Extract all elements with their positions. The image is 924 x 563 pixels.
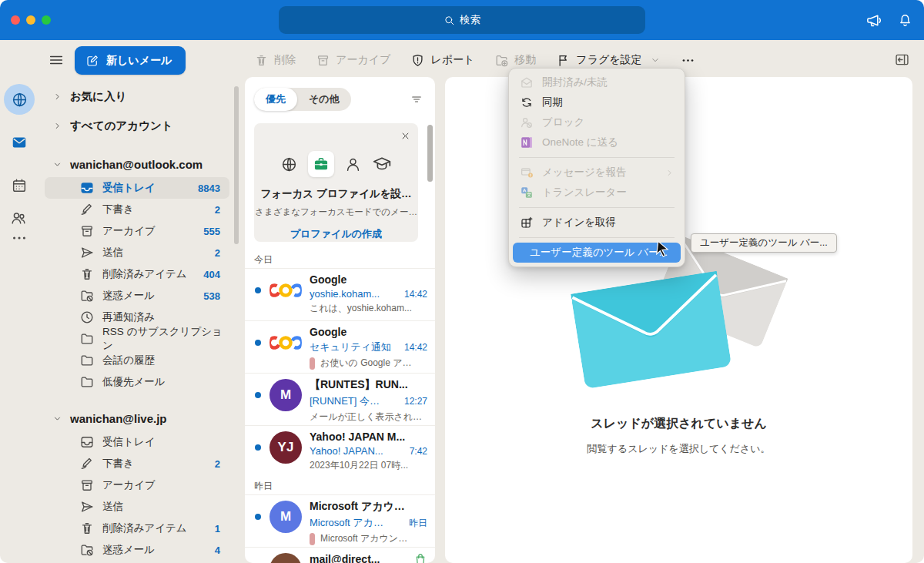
folder-row[interactable]: アーカイブ bbox=[45, 474, 229, 496]
toolbar-action-report[interactable]: レポート bbox=[410, 53, 474, 68]
menu-item-label: 同期 bbox=[542, 96, 563, 109]
send-icon bbox=[79, 245, 95, 260]
toolbar-action-label: フラグを設定 bbox=[576, 53, 641, 67]
tab-other[interactable]: その他 bbox=[297, 88, 351, 111]
graduation-cap-icon[interactable] bbox=[372, 154, 392, 174]
unread-dot bbox=[255, 340, 261, 346]
close-window-button[interactable] bbox=[11, 15, 20, 25]
onenote-icon bbox=[520, 136, 534, 149]
chevron-down-icon bbox=[650, 55, 661, 65]
sidebar-scrollbar[interactable] bbox=[234, 86, 239, 244]
folder-row[interactable]: 下書き2 bbox=[45, 453, 229, 474]
rail-item-people[interactable] bbox=[10, 209, 27, 226]
chevron-right-icon bbox=[52, 92, 62, 102]
rail-item-more[interactable] bbox=[11, 230, 28, 246]
unread-dot bbox=[255, 514, 261, 520]
account-label: wanichan@outlook.com bbox=[70, 158, 203, 171]
mouse-cursor bbox=[653, 239, 672, 258]
archive-icon bbox=[79, 223, 95, 239]
message-row[interactable]: YJYahoo! JAPAN M...Yahoo! JAPAN...7:4220… bbox=[245, 425, 435, 478]
folder-row[interactable]: 迷惑メール4 bbox=[45, 539, 229, 561]
message-row[interactable]: Googleセキュリティ通知14:42お使いの Google ア… bbox=[245, 320, 435, 373]
menu-item-1[interactable]: 同期 bbox=[513, 92, 681, 112]
trash-icon bbox=[79, 266, 95, 282]
app-rail bbox=[0, 40, 38, 563]
menu-item-label: アドインを取得 bbox=[542, 216, 616, 230]
folder-row[interactable]: 送信 bbox=[45, 496, 229, 518]
folder-row[interactable]: 削除済みアイテム404 bbox=[45, 263, 229, 285]
minimize-window-button[interactable] bbox=[26, 15, 35, 25]
hamburger-menu-icon[interactable] bbox=[48, 52, 65, 69]
filter-icon[interactable] bbox=[410, 92, 424, 106]
list-scrollbar[interactable] bbox=[427, 125, 433, 182]
folder-count: 2 bbox=[215, 247, 229, 259]
avatar: YJ bbox=[270, 431, 302, 464]
search-bar[interactable]: 検索 bbox=[279, 6, 645, 34]
message-row[interactable]: mail@direct... bbox=[245, 547, 435, 563]
folder-count: 404 bbox=[203, 269, 229, 280]
message-sender: Google bbox=[310, 273, 427, 286]
folder-row[interactable]: 削除済みアイテム1 bbox=[45, 518, 229, 539]
megaphone-icon[interactable] bbox=[865, 12, 883, 29]
menu-item-8[interactable]: アドインを取得 bbox=[513, 213, 681, 233]
junk-icon bbox=[79, 542, 95, 558]
chevron-right-icon bbox=[665, 168, 675, 178]
folder-row[interactable]: 迷惑メール538 bbox=[45, 285, 229, 307]
inbox-filled-icon bbox=[79, 180, 95, 196]
folder-row[interactable]: アーカイブ555 bbox=[45, 220, 229, 242]
message-row[interactable]: MMicrosoft アカウ…Microsoft アカ…昨日Microsoft … bbox=[245, 494, 435, 547]
account-header[interactable]: wanichan@live.jp bbox=[38, 405, 239, 431]
message-time: 14:42 bbox=[404, 289, 427, 300]
folder-row[interactable]: 受信トレイ bbox=[45, 431, 229, 453]
zoom-window-button[interactable] bbox=[42, 15, 51, 25]
folder-row[interactable]: 送信2 bbox=[45, 242, 229, 263]
person-icon[interactable] bbox=[344, 156, 362, 173]
folder-count: 1 bbox=[215, 523, 229, 535]
folder-row[interactable]: 受信トレイ8843 bbox=[45, 177, 229, 199]
close-icon[interactable] bbox=[400, 130, 411, 142]
sidebar-group-1[interactable]: すべてのアカウント bbox=[38, 112, 239, 139]
new-mail-button[interactable]: 新しいメール bbox=[75, 46, 186, 75]
toolbar-action-set-flag[interactable]: フラグを設定 bbox=[556, 53, 660, 68]
bell-icon[interactable] bbox=[897, 12, 913, 28]
tab-focused[interactable]: 優先 bbox=[254, 88, 297, 111]
envelope-illustration bbox=[564, 253, 795, 384]
message-time: 昨日 bbox=[409, 517, 427, 530]
folder-row[interactable]: 下書き2 bbox=[45, 199, 229, 220]
folder-row[interactable]: RSS のサブスクリプション bbox=[45, 328, 229, 350]
message-row[interactable]: Googleyoshie.koham...14:42これは、yoshie.koh… bbox=[245, 268, 435, 320]
menu-divider bbox=[519, 207, 675, 208]
focus-mode-tile-selected[interactable] bbox=[308, 151, 334, 177]
message-row[interactable]: M【RUNTES】RUN...[RUNNET] 今…12:27メールが正しく表示… bbox=[245, 373, 435, 425]
menu-item-0: 開封済み/未読 bbox=[513, 72, 681, 92]
message-sender: Microsoft アカウ… bbox=[310, 500, 427, 514]
message-sender: Google bbox=[310, 326, 427, 338]
rail-item-calendar[interactable] bbox=[11, 177, 28, 194]
message-preview: Microsoft アカウン… bbox=[320, 532, 407, 545]
message-time: 7:42 bbox=[410, 446, 427, 457]
folder-count: 4 bbox=[215, 545, 229, 556]
draft-icon bbox=[79, 202, 95, 217]
sidebar-group-0[interactable]: お気に入り bbox=[38, 83, 239, 109]
google-logo-avatar bbox=[270, 274, 302, 307]
traffic-lights bbox=[11, 15, 51, 25]
account-header[interactable]: wanichan@outlook.com bbox=[38, 151, 239, 177]
trash-icon bbox=[79, 521, 95, 536]
globe-icon[interactable] bbox=[280, 156, 298, 173]
rail-item-mail[interactable] bbox=[11, 134, 28, 151]
toolbar-action-more[interactable] bbox=[681, 53, 695, 68]
menu-item-label: 開封済み/未読 bbox=[542, 75, 608, 89]
google-logo-avatar bbox=[270, 327, 302, 359]
create-profile-link[interactable]: プロファイルの作成 bbox=[254, 227, 418, 241]
unread-dot bbox=[255, 392, 261, 398]
reading-pane-toggle-icon[interactable] bbox=[894, 52, 910, 68]
folder-row[interactable]: 低優先メール bbox=[45, 371, 229, 393]
menu-divider bbox=[519, 157, 675, 158]
folder-label: 削除済みアイテム bbox=[81, 267, 187, 281]
search-placeholder: 検索 bbox=[460, 13, 480, 27]
send-icon bbox=[79, 499, 95, 514]
profile-avatar[interactable] bbox=[4, 84, 35, 115]
unread-dot bbox=[255, 444, 261, 451]
folder-row[interactable]: 会話の履歴 bbox=[45, 350, 229, 371]
draft-icon bbox=[79, 456, 95, 471]
